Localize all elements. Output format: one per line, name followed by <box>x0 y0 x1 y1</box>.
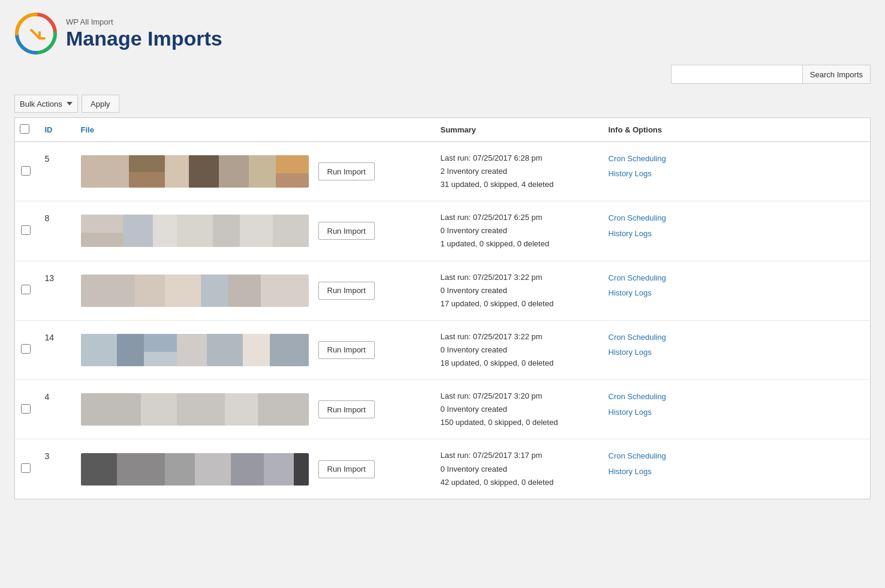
summary-line1: Last run: 07/25/2017 6:25 pm <box>441 213 543 222</box>
table-row: 13Run ImportLast run: 07/25/2017 3:22 pm… <box>15 261 871 320</box>
run-import-button[interactable]: Run Import <box>318 341 375 359</box>
file-thumbnail <box>81 215 309 247</box>
search-bar: Search Imports <box>14 65 871 84</box>
row-summary: Last run: 07/25/2017 3:22 pm0 Inventory … <box>432 261 600 320</box>
table-row: 5Run ImportLast run: 07/25/2017 6:28 pm2… <box>15 142 871 201</box>
row-options: Cron SchedulingHistory Logs <box>600 320 871 379</box>
summary-line1: Last run: 07/25/2017 3:22 pm <box>441 273 543 282</box>
row-checkbox-cell <box>15 320 37 379</box>
history-logs-link[interactable]: History Logs <box>609 167 862 180</box>
summary-line1: Last run: 07/25/2017 6:28 pm <box>441 153 543 162</box>
summary-line3: 1 updated, 0 skipped, 0 deleted <box>441 239 549 248</box>
history-logs-link[interactable]: History Logs <box>609 286 862 300</box>
summary-line2: 0 Inventory created <box>441 286 507 295</box>
file-thumbnail <box>81 155 309 188</box>
table-row: 3Run ImportLast run: 07/25/2017 3:17 pm0… <box>15 439 871 499</box>
summary-line3: 42 updated, 0 skipped, 0 deleted <box>441 478 554 487</box>
summary-line3: 31 updated, 0 skipped, 4 deleted <box>441 180 554 189</box>
file-thumbnail <box>81 393 309 426</box>
row-checkbox[interactable] <box>21 285 31 294</box>
row-id: 8 <box>37 201 73 261</box>
row-options: Cron SchedulingHistory Logs <box>600 142 871 201</box>
history-logs-link[interactable]: History Logs <box>609 405 862 419</box>
cron-scheduling-link[interactable]: Cron Scheduling <box>609 152 862 165</box>
row-checkbox[interactable] <box>21 404 31 414</box>
select-all-checkbox[interactable] <box>20 124 29 134</box>
row-id: 3 <box>37 439 73 499</box>
row-checkbox-cell <box>15 201 37 261</box>
row-checkbox-cell <box>15 142 37 201</box>
imports-table: ID File Summary Info & Options 5Run Impo… <box>14 117 871 499</box>
history-logs-link[interactable]: History Logs <box>609 227 862 240</box>
run-import-button[interactable]: Run Import <box>318 282 375 300</box>
col-header-summary: Summary <box>432 118 600 142</box>
page-header: WP All Import Manage Imports <box>14 12 871 55</box>
table-row: 8Run ImportLast run: 07/25/2017 6:25 pm0… <box>15 201 871 261</box>
col-header-checkbox <box>15 118 37 142</box>
row-summary: Last run: 07/25/2017 6:28 pm2 Inventory … <box>432 142 600 201</box>
summary-line2: 2 Inventory created <box>441 167 507 176</box>
header-text: WP All Import Manage Imports <box>66 17 222 50</box>
apply-button[interactable]: Apply <box>82 95 119 113</box>
summary-line3: 17 updated, 0 skipped, 0 deleted <box>441 299 554 308</box>
bulk-actions-select[interactable]: Bulk Actions <box>14 95 78 113</box>
history-logs-link[interactable]: History Logs <box>609 465 862 478</box>
history-logs-link[interactable]: History Logs <box>609 345 862 359</box>
row-checkbox[interactable] <box>21 166 31 176</box>
col-header-file: File <box>73 118 432 142</box>
summary-line3: 150 updated, 0 skipped, 0 deleted <box>441 418 558 427</box>
col-header-id: ID <box>37 118 73 142</box>
row-summary: Last run: 07/25/2017 3:20 pm0 Inventory … <box>432 380 600 439</box>
row-summary: Last run: 07/25/2017 3:22 pm0 Inventory … <box>432 320 600 379</box>
row-checkbox[interactable] <box>21 344 31 354</box>
file-thumbnail <box>81 453 309 486</box>
file-thumbnail <box>81 334 309 366</box>
row-checkbox-cell <box>15 380 37 439</box>
cron-scheduling-link[interactable]: Cron Scheduling <box>609 390 862 403</box>
app-subtitle: WP All Import <box>66 17 222 26</box>
summary-line2: 0 Inventory created <box>441 226 507 235</box>
row-options: Cron SchedulingHistory Logs <box>600 201 871 261</box>
summary-line1: Last run: 07/25/2017 3:20 pm <box>441 391 543 400</box>
run-import-button[interactable]: Run Import <box>318 162 375 180</box>
cron-scheduling-link[interactable]: Cron Scheduling <box>609 211 862 225</box>
run-import-button[interactable]: Run Import <box>318 400 375 418</box>
toolbar: Bulk Actions Apply <box>14 90 871 117</box>
summary-line3: 18 updated, 0 skipped, 0 deleted <box>441 358 554 367</box>
row-id: 13 <box>37 261 73 320</box>
row-summary: Last run: 07/25/2017 3:17 pm0 Inventory … <box>432 439 600 499</box>
summary-line2: 0 Inventory created <box>441 405 507 414</box>
row-options: Cron SchedulingHistory Logs <box>600 261 871 320</box>
row-file-cell: Run Import <box>73 380 432 439</box>
row-checkbox-cell <box>15 261 37 320</box>
table-header-row: ID File Summary Info & Options <box>15 118 871 142</box>
row-file-cell: Run Import <box>73 320 432 379</box>
row-file-cell: Run Import <box>73 261 432 320</box>
row-summary: Last run: 07/25/2017 6:25 pm0 Inventory … <box>432 201 600 261</box>
row-file-cell: Run Import <box>73 142 432 201</box>
col-header-options: Info & Options <box>600 118 871 142</box>
search-button[interactable]: Search Imports <box>803 65 871 84</box>
summary-line1: Last run: 07/25/2017 3:17 pm <box>441 451 543 460</box>
summary-line1: Last run: 07/25/2017 3:22 pm <box>441 332 543 341</box>
row-file-cell: Run Import <box>73 439 432 499</box>
cron-scheduling-link[interactable]: Cron Scheduling <box>609 271 862 285</box>
row-id: 4 <box>37 380 73 439</box>
run-import-button[interactable]: Run Import <box>318 460 375 478</box>
summary-line2: 0 Inventory created <box>441 345 507 354</box>
cron-scheduling-link[interactable]: Cron Scheduling <box>609 449 862 463</box>
row-checkbox-cell <box>15 439 37 499</box>
row-file-cell: Run Import <box>73 201 432 261</box>
search-input[interactable] <box>671 65 803 84</box>
row-options: Cron SchedulingHistory Logs <box>600 439 871 499</box>
cron-scheduling-link[interactable]: Cron Scheduling <box>609 330 862 344</box>
logo <box>14 12 58 55</box>
summary-line2: 0 Inventory created <box>441 465 507 474</box>
row-options: Cron SchedulingHistory Logs <box>600 380 871 439</box>
row-id: 14 <box>37 320 73 379</box>
table-row: 14Run ImportLast run: 07/25/2017 3:22 pm… <box>15 320 871 379</box>
row-checkbox[interactable] <box>21 225 31 235</box>
page-title: Manage Imports <box>66 28 222 50</box>
row-checkbox[interactable] <box>21 463 31 473</box>
run-import-button[interactable]: Run Import <box>318 222 375 240</box>
